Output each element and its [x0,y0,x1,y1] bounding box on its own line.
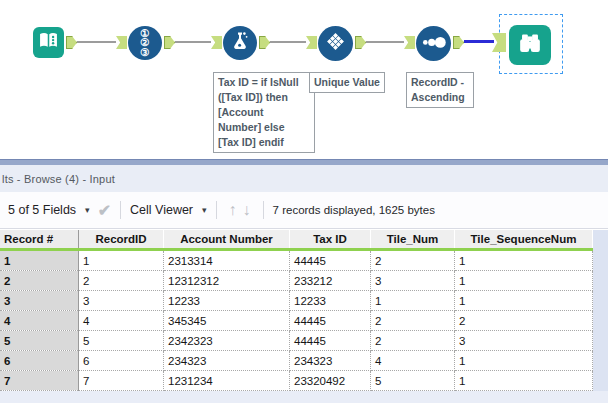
cell[interactable]: 2342323 [164,331,290,351]
cell[interactable]: 234323 [290,351,371,371]
connection-wire[interactable] [77,41,116,43]
cell[interactable]: 1 [79,250,164,271]
cell[interactable]: 12233 [164,291,290,311]
record-id-tool[interactable]: ①②③ [128,26,162,60]
formula-annotation[interactable]: Tax ID = if IsNull ([Tax ID]) then [Acco… [213,72,315,153]
grid-empty-area [0,391,608,403]
sort-tool[interactable] [416,26,451,61]
row-number-cell[interactable]: 3 [0,291,79,311]
formula-flask-icon [228,29,252,57]
cell[interactable]: 12312312 [164,271,290,291]
cell[interactable]: 1 [455,371,593,391]
cell[interactable]: 1 [455,291,593,311]
up-arrow-icon[interactable]: ↑ [229,201,237,219]
cell[interactable]: 233212 [290,271,371,291]
output-anchor[interactable] [259,36,270,49]
cell[interactable]: 2 [371,331,455,351]
connection-wire[interactable] [270,41,306,43]
column-header[interactable]: RecordID [79,230,164,250]
cell[interactable]: 44445 [290,311,371,331]
apply-check-icon[interactable]: ✔ [98,201,111,220]
cell[interactable]: 1 [371,291,455,311]
cell[interactable]: 23320492 [290,371,371,391]
cell[interactable]: 12233 [290,291,371,311]
connection-wire[interactable] [175,41,211,43]
column-header[interactable]: Tax ID [290,230,371,250]
results-toolbar: 5 of 5 Fields ▾ ✔ Cell Viewer ▾ ↑ ↓ 7 re… [0,192,608,229]
cell[interactable]: 234323 [164,351,290,371]
output-anchor[interactable] [66,36,77,49]
cell[interactable]: 5 [79,331,164,351]
cell[interactable]: 3 [79,291,164,311]
output-anchor[interactable] [355,36,366,49]
browse-binoculars-icon [515,28,545,62]
output-anchor[interactable] [164,36,175,49]
cell[interactable]: 1 [455,271,593,291]
chevron-down-icon[interactable]: ▾ [202,205,207,215]
table-row: 7712312342332049251 [0,371,593,391]
connection-wire[interactable] [366,41,404,43]
table-row: 443453454444522 [0,311,593,331]
column-header[interactable]: Tile_SequenceNum [455,230,593,250]
row-number-cell[interactable]: 1 [0,250,79,271]
cell[interactable]: 1 [455,250,593,271]
cell[interactable]: 2 [371,250,455,271]
table-row: 1123133144444521 [0,250,593,271]
column-header[interactable]: Record # [0,230,79,250]
table-row: 6623432323432341 [0,351,593,371]
table-row: 33122331223311 [0,291,593,311]
formula-tool[interactable] [223,26,257,60]
cell[interactable]: 4 [371,351,455,371]
record-id-123-icon: ①②③ [140,29,149,58]
cell[interactable]: 44445 [290,250,371,271]
cell[interactable]: 1231234 [164,371,290,391]
cell[interactable]: 2313314 [164,250,290,271]
input-anchor[interactable] [306,36,317,49]
cell[interactable]: 7 [79,371,164,391]
toolbar-separator [120,201,121,219]
cell[interactable]: 44445 [290,331,371,351]
sort-annotation[interactable]: RecordID - Ascending [406,72,474,108]
row-number-cell[interactable]: 7 [0,371,79,391]
results-title-text: lts - Browse (4) - Input [2,173,115,185]
input-anchor[interactable] [492,33,506,52]
input-anchor[interactable] [211,36,222,49]
browse-tool[interactable] [509,25,551,65]
workflow-canvas[interactable]: ①②③ [0,0,608,159]
table-row: 221231231223321231 [0,271,593,291]
cell[interactable]: 4 [79,311,164,331]
cell[interactable]: 5 [371,371,455,391]
cell[interactable]: 6 [79,351,164,371]
selected-connection-wire[interactable] [464,40,494,43]
cell[interactable]: 1 [455,351,593,371]
input-data-book-icon [37,29,60,56]
cell[interactable]: 3 [455,331,593,351]
column-header[interactable]: Tile_Num [371,230,455,250]
alteryx-window: ①②③ [0,0,608,403]
cell[interactable]: 3 [371,271,455,291]
cell[interactable]: 345345 [164,311,290,331]
row-number-cell[interactable]: 6 [0,351,79,371]
row-number-cell[interactable]: 5 [0,331,79,351]
cell[interactable]: 2 [371,311,455,331]
sort-dots-icon [419,27,448,60]
down-arrow-icon[interactable]: ↓ [243,201,251,219]
column-header[interactable]: Account Number [164,230,290,250]
tile-tool[interactable] [318,26,353,61]
input-anchor[interactable] [116,36,127,49]
toolbar-separator [263,201,264,219]
table-row: 5523423234444523 [0,331,593,351]
output-anchor[interactable] [453,36,464,49]
cell[interactable]: 2 [79,271,164,291]
results-grid-region: Record #RecordIDAccount NumberTax IDTile… [0,230,608,403]
row-number-cell[interactable]: 2 [0,271,79,291]
results-panel-title-bar: lts - Browse (4) - Input [0,165,608,192]
tile-annotation[interactable]: Unique Value [309,72,385,93]
input-anchor[interactable] [404,36,415,49]
fields-dropdown[interactable]: 5 of 5 Fields [8,203,76,217]
input-data-tool[interactable] [33,27,64,58]
cell-viewer-dropdown[interactable]: Cell Viewer [130,203,193,217]
row-number-cell[interactable]: 4 [0,311,79,331]
cell[interactable]: 2 [455,311,593,331]
chevron-down-icon[interactable]: ▾ [85,205,90,215]
